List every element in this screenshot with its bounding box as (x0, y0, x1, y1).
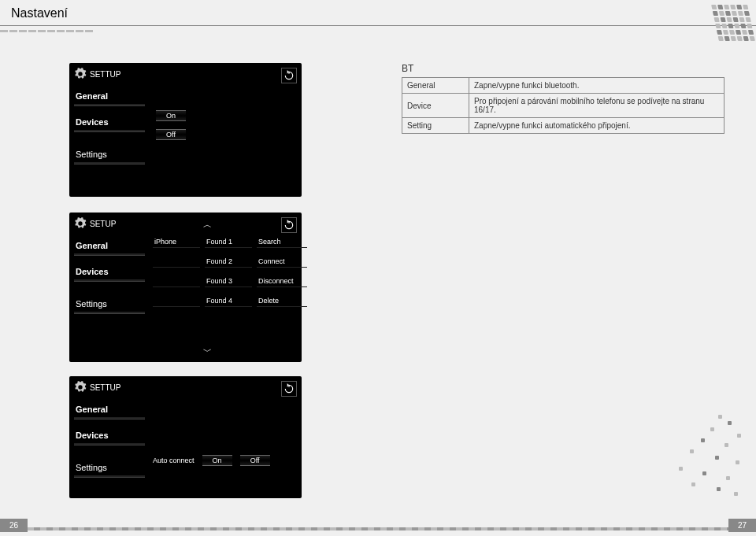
sidebar-item-general[interactable]: General (74, 88, 145, 105)
connect-button[interactable]: Connect (257, 256, 307, 268)
delete-button[interactable]: Delete (257, 295, 307, 307)
on-button[interactable]: On (156, 110, 186, 121)
found-item[interactable]: Found 2 (205, 256, 252, 268)
list-item[interactable] (153, 256, 200, 268)
off-button[interactable]: Off (240, 455, 270, 466)
sidebar-item-devices[interactable]: Devices (74, 427, 145, 445)
bt-table: GeneralZapne/vypne funkci bluetooth. Dev… (402, 77, 724, 134)
footer-stripes (28, 527, 728, 530)
panel-general-content: On Off (156, 110, 186, 148)
gear-icon (74, 68, 87, 80)
sidebar-item-general[interactable]: General (74, 238, 145, 255)
bt-heading: BT (402, 63, 724, 74)
found-item[interactable]: Found 3 (205, 275, 252, 287)
page-title: Nastavení (11, 6, 68, 20)
sidebar: SETTUP General Devices Settings (74, 68, 145, 192)
decoration-dots-bottom (663, 410, 750, 505)
title-underline (0, 25, 756, 26)
bt-row-val: Pro připojení a párování mobilního telef… (469, 94, 724, 118)
panel-devices: SETUP General Devices Settings ︿ iPhone … (69, 213, 302, 362)
setup-label: SETUP (90, 220, 116, 228)
panel-settings: SETTUP General Devices Settings Auto con… (69, 376, 302, 498)
sidebar-item-general[interactable]: General (74, 401, 145, 419)
sidebar-item-devices[interactable]: Devices (74, 264, 145, 281)
bt-row-key: Setting (402, 118, 469, 134)
sidebar: SETUP General Devices Settings (74, 217, 145, 357)
bt-row-val: Zapne/vypne funkci automatického připoje… (469, 118, 724, 134)
bt-row-key: General (402, 78, 469, 94)
devices-grid: iPhone Found 1 Search Found 2 Connect Fo… (153, 236, 307, 307)
decoration-dots-top (715, 5, 751, 41)
panel-general: SETTUP General Devices Settings On Off (69, 63, 302, 197)
page-number-right: 27 (728, 519, 756, 532)
refresh-icon[interactable] (281, 217, 297, 233)
bt-row-key: Device (402, 94, 469, 118)
sidebar: SETTUP General Devices Settings (74, 381, 145, 493)
chevron-down-icon[interactable]: ﹀ (203, 346, 212, 357)
page-number-left: 26 (0, 519, 28, 532)
on-button[interactable]: On (202, 455, 232, 466)
search-button[interactable]: Search (257, 236, 307, 248)
found-item[interactable]: Found 1 (205, 236, 252, 248)
off-button[interactable]: Off (156, 129, 186, 140)
setup-label: SETTUP (90, 70, 120, 79)
chevron-up-icon[interactable]: ︿ (203, 219, 212, 231)
panel-settings-content: Auto connect On Off (153, 455, 270, 466)
list-item[interactable] (153, 275, 200, 287)
autoconnect-label: Auto connect (153, 457, 195, 464)
bt-row-val: Zapne/vypne funkci bluetooth. (469, 78, 724, 94)
list-item[interactable] (153, 295, 200, 307)
setup-label: SETTUP (90, 383, 120, 392)
found-item[interactable]: Found 4 (205, 295, 252, 307)
refresh-icon[interactable] (281, 381, 297, 397)
sidebar-item-devices[interactable]: Devices (74, 114, 145, 131)
disconnect-button[interactable]: Disconnect (257, 275, 307, 287)
header-ticks (0, 30, 118, 35)
sidebar-item-settings[interactable]: Settings (74, 146, 145, 164)
footer: 26 27 (0, 519, 756, 536)
gear-icon (74, 381, 87, 394)
refresh-icon[interactable] (281, 68, 297, 83)
gear-icon (74, 217, 87, 230)
bt-section: BT GeneralZapne/vypne funkci bluetooth. … (402, 63, 724, 134)
list-item[interactable]: iPhone (153, 236, 200, 248)
sidebar-item-settings[interactable]: Settings (74, 460, 145, 477)
sidebar-item-settings[interactable]: Settings (74, 296, 145, 313)
